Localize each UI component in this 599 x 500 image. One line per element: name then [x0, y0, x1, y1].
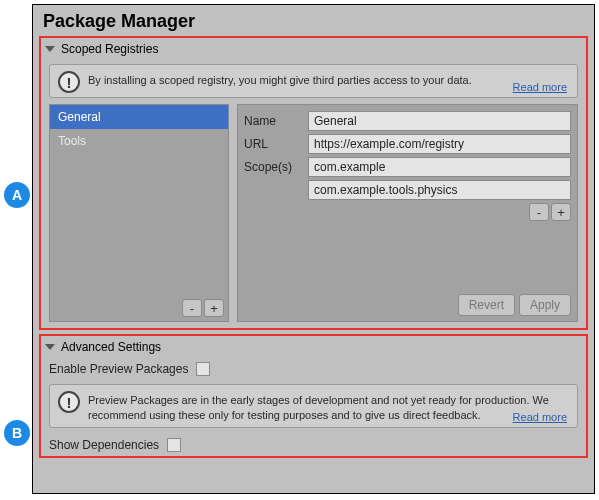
scoped-registries-title: Scoped Registries	[61, 42, 158, 56]
scoped-registries-section: Scoped Registries ! By installing a scop…	[39, 36, 588, 330]
info-icon: !	[58, 71, 80, 93]
registry-list-item-general[interactable]: General	[50, 105, 228, 129]
url-label: URL	[244, 137, 308, 151]
registry-url-input[interactable]	[308, 134, 571, 154]
apply-button[interactable]: Apply	[519, 294, 571, 316]
chevron-down-icon	[45, 46, 55, 52]
preview-packages-info-box: ! Preview Packages are in the early stag…	[49, 384, 578, 428]
annotation-marker-a: A	[4, 182, 30, 208]
enable-preview-label: Enable Preview Packages	[49, 362, 188, 376]
show-dependencies-checkbox[interactable]	[167, 438, 181, 452]
registry-name-input[interactable]	[308, 111, 571, 131]
registry-detail-panel: Name URL Scope(s) - +	[237, 104, 578, 322]
enable-preview-checkbox[interactable]	[196, 362, 210, 376]
enable-preview-row: Enable Preview Packages	[41, 358, 586, 380]
chevron-down-icon	[45, 344, 55, 350]
info-icon: !	[58, 391, 80, 413]
annotation-marker-b: B	[4, 420, 30, 446]
add-scope-button[interactable]: +	[551, 203, 571, 221]
window-title: Package Manager	[33, 5, 594, 36]
read-more-link[interactable]: Read more	[513, 411, 567, 423]
scoped-registry-warning-text: By installing a scoped registry, you mig…	[88, 71, 569, 88]
advanced-settings-title: Advanced Settings	[61, 340, 161, 354]
scoped-body: 1 2 General Tools - + Name URL	[49, 104, 578, 322]
add-registry-button[interactable]: +	[204, 299, 224, 317]
read-more-link[interactable]: Read more	[513, 81, 567, 93]
remove-scope-button[interactable]: -	[529, 203, 549, 221]
registry-list[interactable]: General Tools - +	[49, 104, 229, 322]
remove-registry-button[interactable]: -	[182, 299, 202, 317]
preview-packages-info-text: Preview Packages are in the early stages…	[88, 391, 569, 423]
show-dependencies-label: Show Dependencies	[49, 438, 159, 452]
scoped-registry-warning-box: ! By installing a scoped registry, you m…	[49, 64, 578, 98]
revert-button[interactable]: Revert	[458, 294, 515, 316]
scope-input-1[interactable]	[308, 180, 571, 200]
advanced-settings-section: Advanced Settings Enable Preview Package…	[39, 334, 588, 458]
name-label: Name	[244, 114, 308, 128]
show-dependencies-row: Show Dependencies	[41, 434, 586, 456]
advanced-settings-header[interactable]: Advanced Settings	[41, 336, 586, 358]
registry-list-item-tools[interactable]: Tools	[50, 129, 228, 153]
scopes-label: Scope(s)	[244, 160, 308, 174]
scope-input-0[interactable]	[308, 157, 571, 177]
scoped-registries-header[interactable]: Scoped Registries	[41, 38, 586, 60]
package-manager-window: Package Manager Scoped Registries ! By i…	[32, 4, 595, 494]
